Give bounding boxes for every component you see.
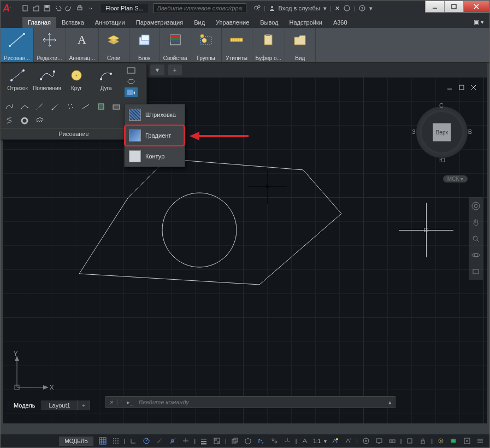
zoom-extents-icon[interactable] — [470, 233, 481, 244]
region-icon[interactable] — [96, 102, 106, 111]
wcs-badge[interactable]: МСК ▾ — [443, 175, 468, 182]
vp-minimize-icon[interactable] — [446, 84, 453, 91]
isolate-icon[interactable] — [435, 435, 447, 446]
lockui-icon[interactable] — [417, 435, 429, 446]
autoadd-scale-icon[interactable]: + — [342, 435, 354, 446]
status-scale[interactable]: 1:1 — [312, 438, 322, 444]
tab-annotate[interactable]: Аннотации — [90, 17, 131, 28]
isodraft-icon[interactable] — [154, 435, 166, 446]
cmdline-input[interactable]: Введите команду — [137, 399, 385, 405]
panel-properties[interactable]: Свойства — [160, 28, 191, 62]
save-icon[interactable] — [42, 3, 52, 13]
pan-icon[interactable] — [470, 217, 481, 228]
user-icon[interactable] — [269, 5, 275, 11]
help-dropdown-icon[interactable]: ▾ — [369, 5, 373, 12]
maximize-button[interactable] — [444, 1, 464, 13]
annovisibility-icon[interactable] — [329, 435, 341, 446]
hardware-accel-icon[interactable] — [448, 435, 460, 446]
quickprops-icon[interactable] — [404, 435, 416, 446]
vp-maximize-icon[interactable] — [458, 84, 465, 91]
search-box[interactable] — [154, 3, 246, 13]
polar-toggle-icon[interactable] — [140, 435, 152, 446]
ribbon-focus-icon[interactable]: ▣ ▾ — [468, 16, 489, 28]
grid-toggle-icon[interactable] — [97, 435, 109, 446]
units-icon[interactable] — [386, 435, 398, 446]
ray-icon[interactable] — [50, 102, 60, 111]
cleanscreen-icon[interactable] — [461, 435, 473, 446]
panel-clipboard[interactable]: Буфер о... — [252, 28, 285, 62]
exchange-icon[interactable]: ✕ — [335, 5, 340, 12]
snap-toggle-icon[interactable] — [110, 435, 122, 446]
tab-view[interactable]: Вид — [188, 17, 210, 28]
3dosnap-icon[interactable] — [242, 435, 254, 446]
showmotion-icon[interactable] — [470, 266, 481, 277]
viewcube-west[interactable]: З — [412, 128, 416, 135]
tool-line[interactable]: Отрезок — [3, 67, 32, 96]
help-icon[interactable]: ? — [358, 4, 366, 12]
viewcube-north[interactable]: С — [439, 102, 444, 109]
new-icon[interactable] — [20, 3, 30, 13]
file-tab-new[interactable]: + — [168, 64, 182, 75]
wipeout-icon[interactable] — [111, 102, 121, 111]
tool-circle[interactable]: Круг — [62, 67, 91, 96]
print-icon[interactable] — [75, 3, 85, 13]
viewcube[interactable]: Верх С Ю З В — [412, 102, 472, 162]
selection-cycling-icon[interactable] — [229, 435, 241, 446]
qat-dropdown-icon[interactable] — [86, 3, 96, 13]
panel-groups[interactable]: Группы — [191, 28, 222, 62]
customize-icon[interactable] — [474, 435, 486, 446]
annomonitor-icon[interactable] — [373, 435, 385, 446]
dynamic-ucs-icon[interactable]: + — [255, 435, 267, 446]
tab-manage[interactable]: Управление — [210, 17, 255, 28]
spline-fit-icon[interactable] — [4, 102, 14, 111]
panel-draw[interactable]: Рисован... — [1, 28, 34, 62]
file-tab-home-icon[interactable]: ▼ — [150, 64, 164, 75]
close-button[interactable] — [463, 1, 489, 13]
ellipse-icon[interactable] — [125, 76, 138, 86]
annoscale-icon[interactable] — [299, 435, 311, 446]
app-logo[interactable]: A. — [3, 2, 18, 14]
panel-layers[interactable]: Слои — [99, 28, 129, 62]
cmdline-history-icon[interactable]: ▴ — [385, 399, 395, 406]
flyout-gradient[interactable]: Градиент — [125, 125, 185, 146]
rectangle-icon[interactable] — [125, 66, 138, 75]
tool-polyline[interactable]: Полилиния — [33, 67, 61, 96]
cmdline-grip-icon[interactable]: ⋮ — [118, 399, 123, 406]
a360-icon[interactable] — [343, 4, 351, 12]
revcloud-icon[interactable] — [35, 116, 45, 126]
viewcube-top-face[interactable]: Верх — [433, 123, 451, 142]
tab-insert[interactable]: Вставка — [56, 17, 90, 28]
search-icon[interactable] — [253, 4, 261, 12]
selection-filter-icon[interactable] — [268, 435, 280, 446]
tab-output[interactable]: Вывод — [255, 17, 284, 28]
point-multi-icon[interactable] — [66, 102, 75, 111]
otrack-icon[interactable] — [180, 435, 192, 446]
spline-cv-icon[interactable] — [20, 102, 29, 111]
cmdline-close-icon[interactable]: × — [106, 399, 118, 405]
tool-arc[interactable]: Дуга — [92, 67, 120, 96]
search-input[interactable] — [154, 3, 246, 13]
lineweight-icon[interactable] — [198, 435, 210, 446]
open-icon[interactable] — [31, 3, 41, 13]
orbit-icon[interactable] — [470, 250, 481, 261]
signin-label[interactable]: Вход в службы — [279, 5, 320, 11]
panel-block[interactable]: Блок — [129, 28, 160, 62]
viewcube-east[interactable]: В — [468, 128, 472, 135]
viewcube-south[interactable]: Ю — [439, 157, 445, 163]
minimize-button[interactable] — [425, 1, 445, 13]
tab-a360[interactable]: A360 — [328, 17, 353, 28]
xline-icon[interactable] — [35, 102, 45, 111]
helix-icon[interactable] — [4, 116, 14, 126]
divide-icon[interactable] — [81, 102, 91, 111]
signin-dropdown-icon[interactable]: ▾ — [323, 5, 327, 12]
flyout-boundary[interactable]: Контур — [125, 146, 185, 167]
flyout-hatch[interactable]: Штриховка — [125, 104, 185, 125]
workspace-icon[interactable] — [360, 435, 372, 446]
status-modelspace[interactable]: МОДЕЛЬ — [59, 437, 93, 446]
undo-icon[interactable] — [53, 3, 63, 13]
donut-icon[interactable] — [20, 116, 29, 126]
full-nav-wheel-icon[interactable] — [470, 201, 481, 211]
tab-addins[interactable]: Надстройки — [284, 17, 328, 28]
vp-close-icon[interactable] — [470, 84, 477, 91]
tab-layout1[interactable]: Layout1 — [42, 400, 77, 410]
